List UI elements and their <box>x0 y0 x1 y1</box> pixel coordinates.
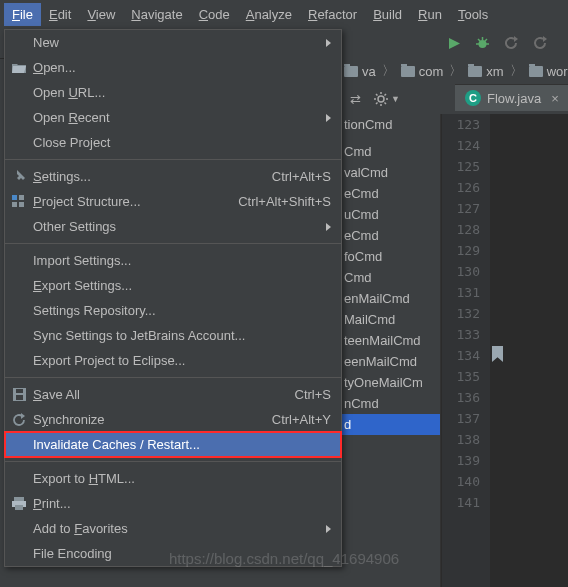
gear-icon[interactable]: ▼ <box>373 91 400 107</box>
svg-rect-21 <box>19 202 24 207</box>
menu-item-label: Add to Favorites <box>33 521 128 536</box>
breadcrumb-item[interactable]: com <box>397 64 448 79</box>
structure-item[interactable]: tyOneMailCm <box>340 372 440 393</box>
structure-item[interactable]: Cmd <box>340 141 440 162</box>
code-area[interactable] <box>490 114 568 587</box>
menu-item-save-all[interactable]: Save AllCtrl+S <box>5 382 341 407</box>
menu-navigate[interactable]: Navigate <box>123 3 190 26</box>
menu-item-settings[interactable]: Settings...Ctrl+Alt+S <box>5 164 341 189</box>
breadcrumb-label: xm <box>486 64 503 79</box>
svg-line-5 <box>478 39 480 41</box>
structure-item[interactable]: eenMailCmd <box>340 351 440 372</box>
structure-item[interactable]: teenMailCmd <box>340 330 440 351</box>
structure-item[interactable]: Cmd <box>340 267 440 288</box>
menu-item-label: File Encoding <box>33 546 112 561</box>
stop-icon[interactable] <box>533 36 548 50</box>
menu-item-label: Invalidate Caches / Restart... <box>33 437 200 452</box>
menu-item-import-settings[interactable]: Import Settings... <box>5 248 341 273</box>
editor-tab-label: Flow.java <box>487 91 541 106</box>
submenu-arrow-icon <box>326 525 331 533</box>
svg-line-14 <box>376 94 378 96</box>
menu-item-other-settings[interactable]: Other Settings <box>5 214 341 239</box>
svg-point-9 <box>378 96 384 102</box>
structure-item[interactable]: enMailCmd <box>340 288 440 309</box>
menu-item-label: Import Settings... <box>33 253 131 268</box>
menu-item-open-recent[interactable]: Open Recent <box>5 105 341 130</box>
svg-marker-8 <box>543 36 547 42</box>
menu-item-sync-settings-to-jetbrains-account[interactable]: Sync Settings to JetBrains Account... <box>5 323 341 348</box>
structure-item[interactable]: eCmd <box>340 183 440 204</box>
menu-code[interactable]: Code <box>191 3 238 26</box>
gutter-line: 137 <box>442 408 490 429</box>
gutter-line: 132 <box>442 303 490 324</box>
menu-run[interactable]: Run <box>410 3 450 26</box>
open-icon <box>11 60 27 76</box>
menu-item-settings-repository[interactable]: Settings Repository... <box>5 298 341 323</box>
breadcrumb-item[interactable]: va <box>340 64 380 79</box>
structure-item[interactable]: nCmd <box>340 393 440 414</box>
gutter-line: 125 <box>442 156 490 177</box>
menu-item-file-encoding[interactable]: File Encoding <box>5 541 341 566</box>
gutter-line: 131 <box>442 282 490 303</box>
menu-item-label: Export Settings... <box>33 278 132 293</box>
menu-item-synchronize[interactable]: SynchronizeCtrl+Alt+Y <box>5 407 341 432</box>
menu-item-new[interactable]: New <box>5 30 341 55</box>
debug-icon[interactable] <box>475 36 490 50</box>
settings-dropdown-icon[interactable]: ⇄ <box>350 92 361 107</box>
structure-item[interactable]: MailCmd <box>340 309 440 330</box>
menu-view[interactable]: View <box>79 3 123 26</box>
menu-build[interactable]: Build <box>365 3 410 26</box>
menu-item-label: Project Structure... <box>33 194 141 209</box>
menu-item-export-settings[interactable]: Export Settings... <box>5 273 341 298</box>
print-icon <box>11 496 27 512</box>
menu-item-label: Export to HTML... <box>33 471 135 486</box>
gutter-line: 134 <box>442 345 490 366</box>
gutter-line: 126 <box>442 177 490 198</box>
svg-marker-7 <box>514 36 518 42</box>
svg-rect-28 <box>15 505 23 510</box>
editor-area: tionCmdCmdvalCmdeCmduCmdeCmdfoCmdCmdenMa… <box>340 114 568 587</box>
menu-item-add-to-favorites[interactable]: Add to Favorites <box>5 516 341 541</box>
menu-item-project-structure[interactable]: Project Structure...Ctrl+Alt+Shift+S <box>5 189 341 214</box>
gutter-line: 136 <box>442 387 490 408</box>
folder-icon <box>401 66 415 77</box>
menu-item-open[interactable]: Open... <box>5 55 341 80</box>
structure-item[interactable]: eCmd <box>340 225 440 246</box>
structure-item[interactable]: uCmd <box>340 204 440 225</box>
submenu-arrow-icon <box>326 114 331 122</box>
close-tab-icon[interactable]: × <box>551 91 559 106</box>
sync-icon <box>11 412 27 428</box>
menu-item-label: Other Settings <box>33 219 116 234</box>
file-menu-dropdown: NewOpen...Open URL...Open RecentClose Pr… <box>4 29 342 567</box>
save-icon <box>11 387 27 403</box>
menu-item-label: Settings... <box>33 169 91 184</box>
menu-item-export-to-html[interactable]: Export to HTML... <box>5 466 341 491</box>
rerun-icon[interactable] <box>504 36 519 50</box>
structure-item[interactable]: tionCmd <box>340 114 440 135</box>
menu-item-close-project[interactable]: Close Project <box>5 130 341 155</box>
structure-item[interactable]: valCmd <box>340 162 440 183</box>
menu-item-print[interactable]: Print... <box>5 491 341 516</box>
breadcrumb-separator: 〉 <box>447 62 464 80</box>
gutter-line: 130 <box>442 261 490 282</box>
menu-file[interactable]: File <box>4 3 41 26</box>
run-icon[interactable] <box>448 37 461 50</box>
menu-item-open-url[interactable]: Open URL... <box>5 80 341 105</box>
breadcrumb-item[interactable]: wor <box>525 64 568 79</box>
menu-item-label: New <box>33 35 59 50</box>
menu-tools[interactable]: Tools <box>450 3 496 26</box>
gutter-line: 141 <box>442 492 490 513</box>
menu-item-invalidate-caches-restart[interactable]: Invalidate Caches / Restart... <box>5 432 341 457</box>
menu-item-export-project-to-eclipse[interactable]: Export Project to Eclipse... <box>5 348 341 373</box>
menu-shortcut: Ctrl+S <box>295 387 331 402</box>
menu-refactor[interactable]: Refactor <box>300 3 365 26</box>
gutter-line: 129 <box>442 240 490 261</box>
menu-edit[interactable]: Edit <box>41 3 79 26</box>
structure-item[interactable]: d <box>340 414 440 435</box>
breadcrumb-item[interactable]: xm <box>464 64 507 79</box>
breadcrumb-label: wor <box>547 64 568 79</box>
editor-tab[interactable]: C Flow.java × <box>455 84 568 111</box>
menu-analyze[interactable]: Analyze <box>238 3 300 26</box>
structure-item[interactable]: foCmd <box>340 246 440 267</box>
settings-icon <box>11 169 27 185</box>
